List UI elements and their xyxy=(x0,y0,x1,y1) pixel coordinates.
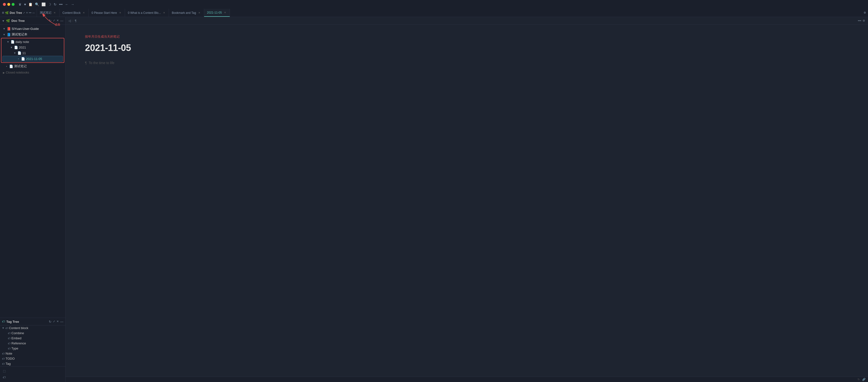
more-icon[interactable]: ••• xyxy=(59,2,63,6)
tag-item-todo[interactable]: 🏷 TODO xyxy=(0,356,65,361)
bullet-point: • xyxy=(17,58,20,60)
close-button[interactable] xyxy=(3,3,6,6)
tab-label: Bookmark and Tag xyxy=(172,11,196,14)
tab-label: 2021-11-05 xyxy=(207,11,222,14)
bullet-point: • xyxy=(5,65,8,68)
minimize-button[interactable] xyxy=(7,3,10,6)
theme-icon[interactable]: ☽ xyxy=(48,2,51,6)
titlebar: ♛ ♥ 📋 🔍 ⬜ ☽ ↻ ••• ← → xyxy=(0,0,868,9)
tag-label: Content block xyxy=(9,326,28,330)
refresh-icon[interactable]: ↻ xyxy=(54,2,57,6)
tag-item-reference[interactable]: 🏷 Reference xyxy=(0,341,65,346)
tab-settings-icon[interactable]: ⚙ xyxy=(864,11,866,14)
paragraph-icon[interactable]: ¶ xyxy=(75,19,76,23)
expand-tree-icon[interactable]: ⤢ xyxy=(53,19,55,23)
tab-label: Content Block xyxy=(62,11,81,14)
tab-close-please[interactable]: ✕ xyxy=(119,11,122,14)
tab-what-is[interactable]: 0 What is a Content Blo... ✕ xyxy=(125,9,169,17)
tab-close-测试[interactable]: ✕ xyxy=(53,11,56,14)
tag-item-embed[interactable]: 🏷 Embed xyxy=(0,336,65,341)
tree-item-label: daily note xyxy=(16,40,29,44)
search-icon[interactable]: 🔍 xyxy=(35,2,39,6)
sidebar: ▼ 🌿 Doc Tree ↻ ⤢ ✕ — ▼ 📕 SiYuan-User-Gui… xyxy=(0,17,65,382)
breadcrumb-separator: › xyxy=(72,19,73,23)
back-icon[interactable]: ← xyxy=(65,2,68,6)
tab-bookmark[interactable]: Bookmark and Tag ✕ xyxy=(169,9,204,17)
closed-notebooks-label: Closed notebooks xyxy=(6,71,29,74)
tag-label: Tag xyxy=(6,362,11,365)
tag-item-tag[interactable]: 🏷 Tag xyxy=(0,361,65,366)
collapse-panel-icon[interactable]: — xyxy=(60,19,63,23)
grid-icon[interactable]: ⊞ xyxy=(2,11,4,14)
doc-placeholder-row: ¶ To the time to life xyxy=(85,61,848,65)
tab-测试笔记[interactable]: 测试笔记 ✕ xyxy=(37,9,59,17)
unpin-icon[interactable]: ✕ xyxy=(57,19,59,23)
tab-close-bookmark[interactable]: ✕ xyxy=(197,11,201,14)
statusbar: ↻ 🔗 xyxy=(65,377,868,382)
sync-icon[interactable]: ↻ xyxy=(858,378,860,381)
crown-icon[interactable]: ♛ xyxy=(19,2,22,6)
sidebar-item-2021[interactable]: ▼ 📄 2021 xyxy=(2,45,63,50)
sidebar-item-11[interactable]: ▼ 📄 11 xyxy=(2,50,63,56)
tree-item-label: 2021 xyxy=(19,45,26,49)
expand-arrow[interactable]: ▼ xyxy=(2,20,5,22)
breadcrumb-back-icon[interactable]: ◁ xyxy=(68,19,71,23)
tag-panel-header-icons: ↻ ⤢ ✕ — xyxy=(49,320,63,323)
tag-leaf-icon: 🏷 xyxy=(2,357,5,360)
notebook-icon: 📘 xyxy=(7,33,11,36)
folder-icon: 📄 xyxy=(11,40,14,44)
doc-placeholder-text[interactable]: To the time to life xyxy=(89,61,115,65)
tab-please-start[interactable]: 0 Please Start Here ✕ xyxy=(89,9,125,17)
refresh-tree-icon[interactable]: ↻ xyxy=(49,19,52,23)
tag-label: Reference xyxy=(11,342,26,345)
sidebar-item-siyuan-guide[interactable]: ▼ 📕 SiYuan-User-Guide xyxy=(1,26,64,31)
panel-close-icon[interactable]: — xyxy=(32,11,35,14)
window-icon[interactable]: ⬜ xyxy=(41,2,45,6)
unpin-tag-icon[interactable]: ✕ xyxy=(57,320,59,323)
maximize-button[interactable] xyxy=(12,3,14,6)
forward-icon[interactable]: → xyxy=(71,2,74,6)
heart-icon[interactable]: ♥ xyxy=(24,2,26,6)
inbox-icon[interactable]: ⬚ xyxy=(1,369,7,374)
tab-close-content[interactable]: ✕ xyxy=(82,11,86,14)
doc-tree-panel: ▼ 📕 SiYuan-User-Guide ▼ 📘 测试笔记本 ▼ 📄 dail… xyxy=(0,25,65,318)
toolbar-more-icon[interactable]: ••• xyxy=(858,19,861,23)
toolbar-settings-icon[interactable]: ⚙ xyxy=(863,19,865,22)
link-icon[interactable]: 🔗 xyxy=(862,378,866,381)
sidebar-item-2021-11-05[interactable]: • 📄 2021-11-05 xyxy=(2,56,63,62)
doc-title[interactable]: 2021-11-05 xyxy=(85,43,848,53)
tab-close-date[interactable]: ✕ xyxy=(223,11,227,14)
sidebar-item-测试笔记[interactable]: • 📄 测试笔记 xyxy=(1,63,64,69)
calendar-icon[interactable]: 📋 xyxy=(28,2,33,6)
tab-content-block[interactable]: Content Block ✕ xyxy=(59,9,89,17)
sidebar-item-daily-note[interactable]: ▼ 📄 daily note xyxy=(2,39,63,44)
titlebar-icons: ♛ ♥ 📋 🔍 ⬜ ☽ ↻ ••• ← → xyxy=(19,2,74,6)
tag2-icon[interactable]: 🏷 xyxy=(1,375,7,380)
collapse-tag-icon[interactable]: — xyxy=(60,320,63,323)
notebook-label: SiYuan-User-Guide xyxy=(12,27,39,31)
tag-item-combine[interactable]: 🏷 Combine xyxy=(0,330,65,336)
closed-notebooks-item[interactable]: ▶ Closed notebooks xyxy=(0,69,65,76)
doc-tree-tab-label[interactable]: Doc Tree xyxy=(10,11,22,14)
expand-arrow: ▼ xyxy=(13,52,17,54)
tree-item-label: 测试笔记 xyxy=(14,64,27,68)
sidebar-bottom-row1: ⬚ xyxy=(1,369,64,374)
tag-item-content-block[interactable]: ▼ 🏷 Content block xyxy=(0,325,65,330)
panel-more-icon[interactable]: ••• xyxy=(29,11,32,14)
traffic-lights xyxy=(3,3,14,6)
tag-tree-header: 🏷 Tag Tree ↻ ⤢ ✕ — xyxy=(0,318,65,325)
doc-subtitle: 按年月日生成当天的笔记 xyxy=(85,34,848,39)
doc-toolbar: ◁ › ¶ ••• ⚙ xyxy=(65,17,868,25)
sidebar-item-测试笔记本[interactable]: ▼ 📘 测试笔记本 xyxy=(1,32,64,37)
pin-icon[interactable]: ✕ xyxy=(26,11,28,14)
maximize-panel-icon[interactable]: ⤢ xyxy=(23,11,25,14)
doc-content: 按年月日生成当天的笔记 2021-11-05 ¶ To the time to … xyxy=(65,25,868,382)
doc-tree-title: Doc Tree xyxy=(11,19,47,23)
expand-tag-icon[interactable]: ⤢ xyxy=(53,320,55,323)
tag-item-type[interactable]: 🏷 Type xyxy=(0,346,65,351)
tab-date[interactable]: 2021-11-05 ✕ xyxy=(204,9,230,17)
tag-leaf-icon: 🏷 xyxy=(5,327,8,329)
tag-item-note[interactable]: 🏷 Note xyxy=(0,351,65,356)
tab-close-what[interactable]: ✕ xyxy=(162,11,166,14)
refresh-tag-icon[interactable]: ↻ xyxy=(49,320,52,323)
